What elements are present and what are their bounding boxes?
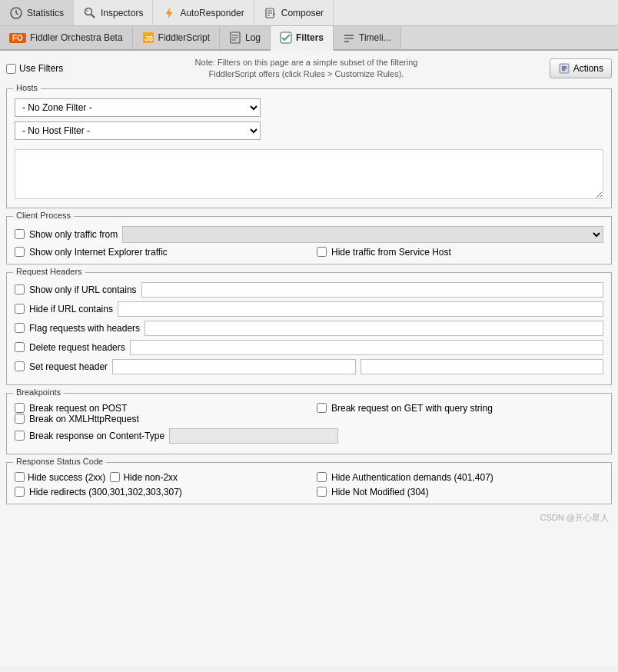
flag-requests-checkbox[interactable] [15,323,25,333]
delete-headers-checkbox[interactable] [15,342,25,352]
tab-bar: FO Fiddler Orchestra Beta JS FiddlerScri… [0,26,618,51]
set-request-header-value-input[interactable] [360,359,603,374]
svg-line-4 [91,14,95,18]
client-process-two-col: Show only Internet Explorer traffic Hide… [15,247,603,258]
hosts-textarea[interactable] [15,149,603,199]
nav-composer-label: Composer [281,8,324,18]
break-content-type-label: Break response on Content-Type [29,431,164,441]
show-if-url-row: Show only if URL contains [15,282,603,298]
timeline-icon [343,32,355,44]
use-filters-text: Use Filters [19,63,63,74]
clock-icon [9,6,23,20]
break-xml-checkbox[interactable] [15,414,25,424]
hide-if-url-checkbox[interactable] [15,304,25,314]
nav-statistics-label: Statistics [27,8,64,18]
hide-auth-checkbox[interactable] [317,472,327,482]
tab-log-label: Log [245,32,261,43]
show-if-url-input[interactable] [141,282,603,298]
client-process-content: Show only traffic from Show only Interne… [15,226,603,258]
request-headers-section: Request Headers Show only if URL contain… [6,272,612,385]
check-icon [280,32,292,44]
svg-point-6 [88,8,89,10]
tab-timeline[interactable]: Timeli... [334,26,401,49]
hide-success-label[interactable]: Hide success (2xx) [15,472,105,483]
break-on-post-label[interactable]: Break request on POST [15,403,301,414]
tab-log[interactable]: Log [220,26,271,49]
flag-requests-label: Flag requests with headers [29,323,140,334]
hosts-section-content: - No Zone Filter - Show only Intranet Ho… [15,98,603,201]
zone-filter-select[interactable]: - No Zone Filter - Show only Intranet Ho… [15,98,261,117]
hide-service-host-checkbox[interactable] [317,247,327,257]
response-row2: Hide redirects (300,301,302,303,307) Hid… [15,487,603,497]
traffic-from-select[interactable] [122,226,603,243]
breakpoints-title: Breakpoints [13,388,64,397]
hide-not-modified-text: Hide Not Modified (304) [331,487,429,497]
response-status-content: Hide success (2xx) Hide non-2xx Hide Aut… [15,472,603,497]
tab-fiddlerscript-label: FiddlerScript [158,32,210,43]
svg-text:JS: JS [145,35,153,42]
traffic-from-row: Show only traffic from [15,226,603,243]
delete-headers-input[interactable] [130,340,603,355]
show-only-ie-text: Show only Internet Explorer traffic [29,247,168,258]
hide-not-modified-checkbox[interactable] [317,487,327,497]
show-only-ie-label[interactable]: Show only Internet Explorer traffic [15,247,301,258]
breakpoints-section: Breakpoints Break request on POST Break … [6,393,612,454]
tab-filters[interactable]: Filters [271,26,334,51]
response-row1: Hide success (2xx) Hide non-2xx Hide Aut… [15,472,603,483]
tab-fiddler-orchestra[interactable]: FO Fiddler Orchestra Beta [0,26,133,49]
hide-success-checkbox[interactable] [15,472,25,482]
break-on-get-text: Break request on GET with query string [331,403,493,414]
break-content-type-checkbox[interactable] [15,431,25,441]
main-content: Use Filters Note: Filters on this page a… [0,51,618,666]
actions-label: Actions [573,63,603,74]
watermark: CSDN @开心星人 [6,512,612,524]
hide-success-group: Hide success (2xx) Hide non-2xx [15,472,301,483]
show-only-traffic-from-label: Show only traffic from [29,229,118,240]
set-request-header-checkbox[interactable] [15,361,25,371]
break-xml-row: Break on XMLHttpRequest [15,414,603,424]
use-filters-label[interactable]: Use Filters [6,63,63,74]
edit-icon [264,6,277,20]
host-filter-select[interactable]: - No Host Filter - Hide the following Ho… [15,121,261,140]
hide-auth-label[interactable]: Hide Authentication demands (401,407) [317,472,603,483]
hide-not-modified-label[interactable]: Hide Not Modified (304) [317,487,603,497]
break-on-post-text: Break request on POST [29,403,127,414]
tab-fiddlerscript[interactable]: JS FiddlerScript [133,26,220,49]
nav-inspectors-label: Inspectors [101,8,143,18]
break-content-type-input[interactable] [169,428,338,444]
response-status-title: Response Status Code [13,457,106,466]
break-on-post-checkbox[interactable] [15,403,25,413]
use-filters-checkbox[interactable] [6,64,16,74]
hide-redirects-label[interactable]: Hide redirects (300,301,302,303,307) [15,487,301,497]
show-only-traffic-from-checkbox[interactable] [15,229,25,239]
fo-badge: FO [9,33,26,43]
nav-autoresponder-label: AutoResponder [180,8,244,18]
hide-non2xx-label[interactable]: Hide non-2xx [110,472,178,483]
hide-if-url-label: Hide if URL contains [29,304,113,314]
nav-statistics[interactable]: Statistics [0,0,74,25]
hide-redirects-checkbox[interactable] [15,487,25,497]
hide-if-url-row: Hide if URL contains [15,301,603,317]
tab-filters-label: Filters [296,32,324,43]
set-request-header-name-input[interactable] [112,359,355,374]
svg-point-5 [86,9,88,12]
hide-service-host-label[interactable]: Hide traffic from Service Host [317,247,603,258]
show-if-url-checkbox[interactable] [15,284,25,294]
actions-button[interactable]: Actions [550,58,612,78]
nav-inspectors[interactable]: Inspectors [74,0,153,25]
nav-composer[interactable]: Composer [254,0,334,25]
break-on-get-checkbox[interactable] [317,403,327,413]
hide-if-url-input[interactable] [118,301,603,317]
break-content-type-row: Break response on Content-Type [15,428,603,444]
break-on-get-label[interactable]: Break request on GET with query string [317,403,603,414]
break-xml-label: Break on XMLHttpRequest [29,414,139,424]
request-headers-content: Show only if URL contains Hide if URL co… [15,282,603,374]
request-headers-title: Request Headers [13,267,85,276]
top-nav: Statistics Inspectors AutoResponder Comp… [0,0,618,26]
hide-non2xx-checkbox[interactable] [110,472,120,482]
nav-autoresponder[interactable]: AutoResponder [153,0,254,25]
delete-headers-label: Delete request headers [29,342,125,353]
hide-service-host-text: Hide traffic from Service Host [331,247,451,258]
show-only-ie-checkbox[interactable] [15,247,25,257]
flag-requests-input[interactable] [145,321,603,336]
